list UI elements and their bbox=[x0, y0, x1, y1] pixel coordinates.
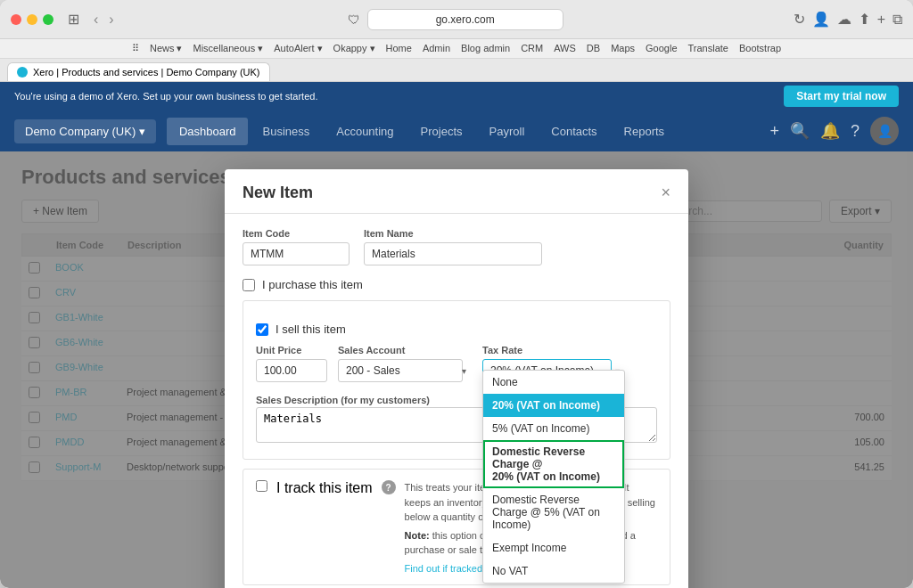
item-name-input[interactable] bbox=[364, 242, 542, 265]
dropdown-option-domestic-20[interactable]: Domestic Reverse Charge @20% (VAT on Inc… bbox=[483, 440, 624, 488]
unit-price-group: Unit Price bbox=[256, 345, 327, 382]
cloud-icon[interactable]: ☁ bbox=[837, 11, 851, 28]
dropdown-option-no-vat[interactable]: No VAT bbox=[483, 559, 624, 583]
demo-banner: You're using a demo of Xero. Set up your… bbox=[0, 82, 913, 110]
add-button[interactable]: + bbox=[769, 122, 779, 141]
modal-body: Item Code Item Name I purchase this bbox=[225, 214, 688, 588]
browser-nav: ‹ › bbox=[90, 10, 118, 29]
minimize-window-button[interactable] bbox=[27, 14, 37, 25]
item-code-group: Item Code bbox=[243, 228, 350, 265]
modal-header: New Item × bbox=[225, 169, 688, 214]
dropdown-option-domestic-5[interactable]: Domestic Reverse Charge @ 5% (VAT on Inc… bbox=[483, 488, 624, 536]
xero-app: You're using a demo of Xero. Set up your… bbox=[0, 82, 913, 588]
sales-account-select-wrapper: 200 - Sales ▾ bbox=[338, 359, 472, 382]
titlebar-right: ↻ 👤 ☁ ⬆ + ⧉ bbox=[794, 11, 902, 28]
item-code-input[interactable] bbox=[243, 242, 350, 265]
dropdown-option-5vat[interactable]: 5% (VAT on Income) bbox=[483, 417, 624, 440]
nav-tab-contacts[interactable]: Contacts bbox=[539, 118, 609, 145]
bookmark-crm[interactable]: CRM bbox=[521, 43, 543, 54]
traffic-lights bbox=[11, 14, 53, 25]
tax-rate-label: Tax Rate bbox=[482, 345, 625, 355]
unit-price-label: Unit Price bbox=[256, 345, 327, 355]
search-button[interactable]: 🔍 bbox=[790, 121, 810, 141]
item-code-label: Item Code bbox=[243, 228, 350, 239]
bookmark-aws[interactable]: AWS bbox=[554, 43, 576, 54]
modal-title: New Item bbox=[243, 184, 313, 202]
bookmark-blog-admin[interactable]: Blog admin bbox=[461, 43, 510, 54]
new-tab-icon[interactable]: + bbox=[877, 12, 885, 28]
dropdown-option-exempt[interactable]: Exempt Income bbox=[483, 536, 624, 559]
trial-button[interactable]: Start my trial now bbox=[784, 86, 899, 107]
nav-tab-payroll[interactable]: Payroll bbox=[477, 118, 538, 145]
bookmark-misc[interactable]: Miscellaneous ▾ bbox=[193, 43, 264, 54]
bookmark-translate[interactable]: Translate bbox=[688, 43, 728, 54]
demo-banner-text: You're using a demo of Xero. Set up your… bbox=[14, 91, 317, 102]
tab-label: Xero | Products and services | Demo Comp… bbox=[33, 67, 260, 78]
dropdown-option-20vat[interactable]: 20% (VAT on Income) bbox=[483, 394, 624, 417]
grid-icon: ⠿ bbox=[132, 43, 139, 54]
titlebar: ⊞ ‹ › 🛡 go.xero.com ↻ 👤 ☁ ⬆ + ⧉ bbox=[0, 0, 913, 39]
browser-window: ⊞ ‹ › 🛡 go.xero.com ↻ 👤 ☁ ⬆ + ⧉ ⠿ News ▾… bbox=[0, 0, 913, 588]
sell-section: I sell this item Unit Price Sales Accoun… bbox=[243, 300, 670, 460]
titlebar-center: 🛡 go.xero.com bbox=[125, 9, 786, 30]
nav-actions: + 🔍 🔔 ? 👤 bbox=[769, 117, 899, 145]
item-basic-fields: Item Code Item Name bbox=[243, 228, 670, 265]
track-checkbox-label: I track this item bbox=[276, 480, 373, 496]
avatar[interactable]: 👤 bbox=[870, 117, 899, 145]
tax-rate-dropdown[interactable]: None 20% (VAT on Income) 5% (VAT on Inco… bbox=[482, 370, 625, 584]
page-content: Products and services + New Item Export … bbox=[0, 151, 913, 588]
sidebar-toggle-button[interactable]: ⊞ bbox=[68, 11, 79, 28]
bookmark-home[interactable]: Home bbox=[386, 43, 412, 54]
sales-account-label: Sales Account bbox=[338, 345, 472, 355]
sales-account-group: Sales Account 200 - Sales ▾ bbox=[338, 345, 472, 382]
bookmark-bootstrap[interactable]: Bootstrap bbox=[739, 43, 781, 54]
maximize-window-button[interactable] bbox=[43, 14, 53, 25]
tab-bar: Xero | Products and services | Demo Comp… bbox=[0, 59, 913, 82]
tax-rate-group: Tax Rate ▾ None 20% (VAT on Income) bbox=[482, 345, 625, 382]
track-help-icon[interactable]: ? bbox=[382, 480, 396, 494]
nav-tab-dashboard[interactable]: Dashboard bbox=[167, 118, 249, 145]
nav-tab-projects[interactable]: Projects bbox=[408, 118, 475, 145]
purchase-checkbox[interactable] bbox=[243, 279, 255, 291]
sell-checkbox[interactable] bbox=[256, 323, 268, 336]
track-checkbox[interactable] bbox=[256, 480, 267, 492]
url-bar[interactable]: go.xero.com bbox=[367, 9, 563, 30]
company-selector[interactable]: Demo Company (UK) ▾ bbox=[14, 119, 156, 143]
bookmark-autoalert[interactable]: AutoAlert ▾ bbox=[274, 43, 322, 54]
unit-price-input[interactable] bbox=[256, 359, 327, 382]
bookmark-google[interactable]: Google bbox=[646, 43, 677, 54]
forward-button[interactable]: › bbox=[105, 10, 117, 29]
bookmark-admin[interactable]: Admin bbox=[423, 43, 450, 54]
nav-tab-business[interactable]: Business bbox=[250, 118, 322, 145]
close-window-button[interactable] bbox=[11, 14, 21, 25]
notifications-button[interactable]: 🔔 bbox=[820, 121, 840, 141]
browser-tab-xero[interactable]: Xero | Products and services | Demo Comp… bbox=[7, 62, 270, 81]
xero-favicon bbox=[17, 67, 28, 78]
back-button[interactable]: ‹ bbox=[90, 10, 102, 29]
item-name-label: Item Name bbox=[364, 228, 542, 239]
purchase-checkbox-row: I purchase this item bbox=[243, 278, 670, 291]
bookmark-maps[interactable]: Maps bbox=[611, 43, 635, 54]
share-icon[interactable]: ⬆ bbox=[859, 11, 870, 28]
bookmark-db[interactable]: DB bbox=[587, 43, 600, 54]
nav-bar: Demo Company (UK) ▾ Dashboard Business A… bbox=[0, 110, 913, 151]
account-icon[interactable]: 👤 bbox=[812, 11, 830, 28]
help-button[interactable]: ? bbox=[851, 122, 860, 141]
bookmark-news[interactable]: News ▾ bbox=[150, 43, 183, 54]
dropdown-option-none[interactable]: None bbox=[483, 371, 624, 394]
tabs-icon[interactable]: ⧉ bbox=[892, 12, 902, 28]
modal-close-button[interactable]: × bbox=[661, 184, 670, 202]
nav-tab-accounting[interactable]: Accounting bbox=[324, 118, 406, 145]
nav-tabs: Dashboard Business Accounting Projects P… bbox=[167, 118, 770, 145]
bookmark-okappy[interactable]: Okappy ▾ bbox=[333, 43, 375, 54]
sell-checkbox-label: I sell this item bbox=[276, 323, 346, 336]
sales-account-select[interactable]: 200 - Sales bbox=[338, 359, 463, 382]
item-name-group: Item Name bbox=[364, 228, 542, 265]
purchase-checkbox-label: I purchase this item bbox=[262, 278, 363, 291]
browser-toolbar: ⠿ News ▾ Miscellaneous ▾ AutoAlert ▾ Oka… bbox=[0, 39, 913, 59]
security-icon: 🛡 bbox=[348, 12, 360, 27]
refresh-icon[interactable]: ↻ bbox=[794, 11, 805, 28]
sell-checkbox-row: I sell this item bbox=[256, 323, 657, 336]
nav-tab-reports[interactable]: Reports bbox=[612, 118, 678, 145]
modal-overlay: New Item × Item Code Item Name bbox=[0, 151, 913, 588]
